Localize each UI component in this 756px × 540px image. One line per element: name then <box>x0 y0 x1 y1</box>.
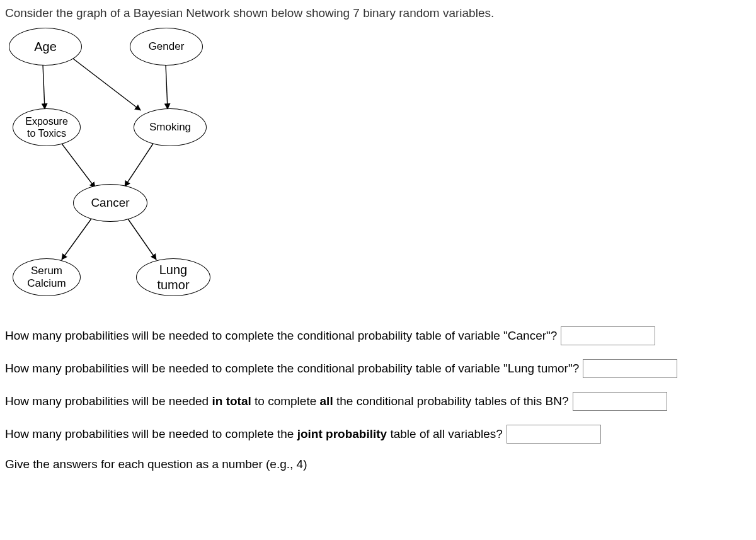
question-2-text: How many probabilities will be needed to… <box>5 362 579 376</box>
node-cancer: Cancer <box>73 184 147 222</box>
node-smoking: Smoking <box>134 108 207 146</box>
svg-line-0 <box>43 64 45 109</box>
question-4-text: How many probabilities will be needed to… <box>5 427 503 441</box>
node-lung: Lung tumor <box>136 258 210 296</box>
node-age: Age <box>9 28 82 66</box>
question-2: How many probabilities will be needed to… <box>5 359 751 378</box>
answer-input-4[interactable] <box>507 425 601 444</box>
svg-line-1 <box>71 57 140 110</box>
svg-line-6 <box>126 216 156 260</box>
svg-line-4 <box>125 144 153 187</box>
bayesian-network-diagram: Age Gender Exposure to Toxics Smoking Ca… <box>5 25 320 315</box>
node-exposure: Exposure to Toxics <box>13 108 81 146</box>
answer-input-1[interactable] <box>561 326 655 345</box>
question-1-text: How many probabilities will be needed to… <box>5 329 557 343</box>
svg-line-2 <box>166 64 168 109</box>
question-3-text: How many probabilities will be needed in… <box>5 394 569 408</box>
answer-input-3[interactable] <box>573 392 667 411</box>
svg-line-3 <box>62 144 95 188</box>
node-gender: Gender <box>130 28 203 66</box>
answer-input-2[interactable] <box>583 359 677 378</box>
node-serum: Serum Calcium <box>13 258 81 296</box>
hint-text: Give the answers for each question as a … <box>5 457 751 471</box>
question-1: How many probabilities will be needed to… <box>5 326 751 345</box>
intro-text: Consider the graph of a Bayesian Network… <box>5 6 751 20</box>
svg-line-5 <box>62 216 93 260</box>
question-4: How many probabilities will be needed to… <box>5 425 751 444</box>
question-3: How many probabilities will be needed in… <box>5 392 751 411</box>
